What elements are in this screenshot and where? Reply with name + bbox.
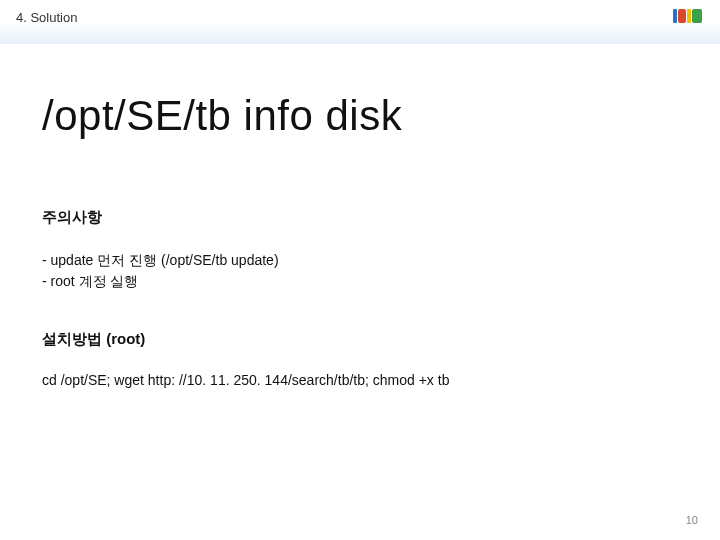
- install-command: cd /opt/SE; wget http: //10. 11. 250. 14…: [42, 372, 449, 388]
- caution-line-2: - root 계정 실행: [42, 271, 279, 292]
- slide-title: /opt/SE/tb info disk: [42, 92, 402, 140]
- daum-logo-icon: [673, 8, 702, 24]
- caution-heading: 주의사항: [42, 208, 102, 227]
- caution-line-1: - update 먼저 진행 (/opt/SE/tb update): [42, 250, 279, 271]
- page-number: 10: [686, 514, 698, 526]
- install-heading: 설치방법 (root): [42, 330, 145, 349]
- section-label: 4. Solution: [16, 10, 77, 25]
- caution-bullets: - update 먼저 진행 (/opt/SE/tb update) - roo…: [42, 250, 279, 292]
- header-band: [0, 0, 720, 44]
